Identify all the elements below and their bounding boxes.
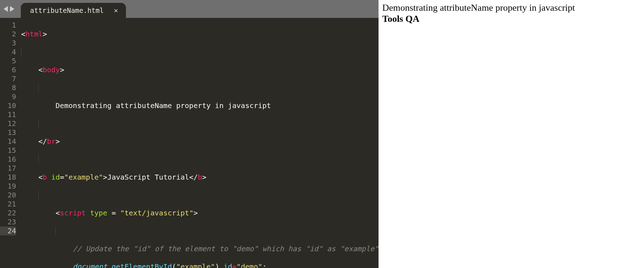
line-number: 15 — [0, 146, 16, 155]
output-text-line: Demonstrating attributeName property in … — [382, 2, 640, 13]
line-number: 19 — [0, 182, 16, 191]
line-number-gutter: 123456789101112131415161718192021222324 — [0, 18, 20, 268]
line-number: 17 — [0, 164, 16, 173]
code-area: 123456789101112131415161718192021222324 … — [0, 18, 379, 268]
line-number: 20 — [0, 191, 16, 200]
line-number: 1 — [0, 21, 16, 30]
app-root: attributeName.html × 1234567891011121314… — [0, 0, 644, 268]
close-icon[interactable]: × — [114, 7, 118, 14]
line-number: 9 — [0, 92, 16, 101]
line-number: 21 — [0, 200, 16, 209]
line-number: 2 — [0, 30, 16, 39]
browser-output-pane: Demonstrating attributeName property in … — [379, 0, 644, 268]
line-number: 7 — [0, 74, 16, 83]
code-text[interactable]: <html> <body> Demonstrating attributeNam… — [20, 18, 379, 268]
line-number: 23 — [0, 218, 16, 226]
editor-pane: attributeName.html × 1234567891011121314… — [0, 0, 379, 268]
line-number: 10 — [0, 101, 16, 110]
line-number: 3 — [0, 39, 16, 48]
line-number: 24 — [0, 226, 16, 235]
line-number: 22 — [0, 209, 16, 218]
line-number: 11 — [0, 110, 16, 119]
nav-forward-icon[interactable] — [10, 6, 14, 12]
line-number: 16 — [0, 155, 16, 164]
line-number: 4 — [0, 48, 16, 57]
line-number: 14 — [0, 137, 16, 146]
line-number: 12 — [0, 119, 16, 128]
line-number: 5 — [0, 57, 16, 65]
output-bold-line: Tools QA — [382, 13, 640, 24]
editor-tab[interactable]: attributeName.html × — [21, 3, 126, 18]
tab-filename: attributeName.html — [30, 6, 104, 14]
file-nav-arrows — [4, 0, 14, 18]
line-number: 8 — [0, 83, 16, 92]
line-number: 13 — [0, 128, 16, 137]
line-number: 6 — [0, 65, 16, 74]
nav-back-icon[interactable] — [4, 6, 8, 12]
tab-bar: attributeName.html × — [0, 0, 379, 18]
line-number: 18 — [0, 173, 16, 182]
